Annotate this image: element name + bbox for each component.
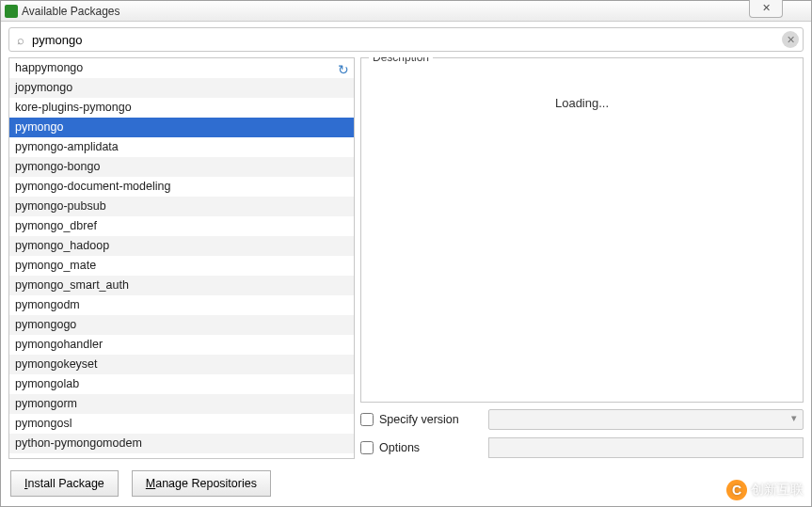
- button-row: Install Package Manage Repositories: [1, 465, 811, 506]
- details-pane: Description Loading... Specify version O…: [360, 57, 804, 459]
- dialog-window: Available Packages ✕ ⌕ ✕ happymongojopym…: [0, 0, 812, 507]
- app-icon: [5, 5, 18, 18]
- install-package-button[interactable]: Install Package: [10, 470, 119, 497]
- package-item[interactable]: kore-plugins-pymongo: [9, 98, 354, 118]
- window-title: Available Packages: [22, 5, 120, 18]
- options-label: Options: [379, 441, 483, 454]
- refresh-icon[interactable]: ↻: [338, 62, 349, 77]
- description-label: Description: [369, 57, 433, 64]
- titlebar: Available Packages ✕: [1, 1, 811, 22]
- search-input[interactable]: [28, 33, 782, 47]
- package-item[interactable]: pymongohandler: [9, 335, 354, 355]
- package-list-wrap: happymongojopymongokore-plugins-pymongop…: [9, 58, 354, 458]
- watermark-text: 创新互联: [751, 482, 804, 499]
- package-item[interactable]: pymongodm: [9, 295, 354, 315]
- package-item[interactable]: python-pymongomodem: [9, 434, 354, 453]
- description-body: Loading...: [361, 58, 803, 148]
- package-item[interactable]: pymongo-document-modeling: [9, 177, 354, 197]
- package-item[interactable]: scrapymongocache: [9, 453, 354, 458]
- options-row: Options: [360, 436, 804, 459]
- package-item[interactable]: pymongo_smart_auth: [9, 276, 354, 295]
- package-item[interactable]: pymongo: [9, 118, 354, 137]
- package-item[interactable]: pymongokeyset: [9, 355, 354, 374]
- package-list[interactable]: happymongojopymongokore-plugins-pymongop…: [9, 58, 354, 458]
- specify-version-checkbox[interactable]: [360, 413, 374, 426]
- search-row: ⌕ ✕: [1, 22, 811, 57]
- package-item[interactable]: pymongo_mate: [9, 256, 354, 276]
- specify-version-label: Specify version: [379, 413, 483, 426]
- close-icon: ✕: [762, 2, 771, 14]
- package-item[interactable]: pymongo-amplidata: [9, 137, 354, 157]
- package-item[interactable]: pymongogo: [9, 315, 354, 335]
- package-item[interactable]: happymongo: [9, 58, 354, 78]
- package-item[interactable]: pymongolab: [9, 374, 354, 394]
- search-box: ⌕ ✕: [8, 27, 804, 52]
- content-area: ⌕ ✕ happymongojopymongokore-plugins-pymo…: [1, 22, 811, 506]
- refresh-column: ↻: [333, 58, 354, 77]
- package-item[interactable]: pymongosl: [9, 414, 354, 434]
- manage-repositories-button[interactable]: Manage Repositories: [132, 470, 271, 497]
- search-icon: ⌕: [13, 33, 28, 47]
- description-group: Description Loading...: [360, 57, 804, 403]
- package-item[interactable]: pymongo_hadoop: [9, 236, 354, 256]
- package-list-pane: happymongojopymongokore-plugins-pymongop…: [8, 57, 355, 459]
- main-split: happymongojopymongokore-plugins-pymongop…: [1, 57, 811, 465]
- package-item[interactable]: pymongorm: [9, 394, 354, 414]
- package-item[interactable]: pymongo-pubsub: [9, 197, 354, 216]
- watermark: C 创新互联: [726, 480, 804, 500]
- options-checkbox[interactable]: [360, 441, 374, 454]
- specify-version-row: Specify version: [360, 408, 804, 431]
- package-item[interactable]: pymongo_dbref: [9, 216, 354, 236]
- package-item[interactable]: pymongo-bongo: [9, 157, 354, 177]
- close-window-button[interactable]: ✕: [749, 0, 783, 18]
- clear-search-button[interactable]: ✕: [782, 31, 799, 48]
- package-item[interactable]: jopymongo: [9, 78, 354, 98]
- specify-version-combo[interactable]: [488, 409, 804, 430]
- options-input[interactable]: [488, 437, 804, 458]
- watermark-logo: C: [726, 480, 747, 500]
